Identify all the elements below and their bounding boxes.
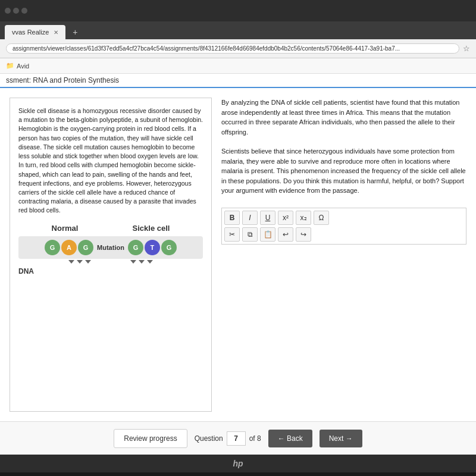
question-label: Question [195, 434, 223, 443]
left-paragraph: Sickle cell disease is a homozygous rece… [18, 107, 203, 215]
browser-top [0, 0, 476, 21]
editor-toolbar: B I U x² x₂ Ω ✂ ⧉ 📋 ↩ ↪ [221, 208, 466, 245]
tab-title: vvas Realize [12, 29, 49, 36]
main-content: Sickle cell disease is a homozygous rece… [0, 88, 476, 421]
right-paragraph-2: Scientists believe that since heterozygo… [221, 146, 466, 196]
subscript-button[interactable]: x₂ [296, 211, 311, 225]
dna-diagram: Normal Sickle cell G A G Mutation G T G [18, 223, 203, 277]
codon-g4: G [161, 240, 177, 255]
bookmark-icon[interactable]: ☆ [463, 44, 470, 53]
new-tab-button[interactable]: + [69, 25, 81, 39]
codon-g3: G [128, 240, 143, 255]
italic-button[interactable]: I [242, 211, 258, 225]
cut-button[interactable]: ✂ [224, 227, 240, 242]
folder-icon: 📁 [6, 62, 14, 70]
bold-button[interactable]: B [224, 211, 240, 225]
breadcrumb-text: Avid [17, 62, 29, 70]
right-panel: By analyzing the DNA of sickle cell pati… [221, 98, 466, 412]
copy-button[interactable]: ⧉ [242, 227, 258, 242]
bottom-nav: Review progress Question 7 of 8 ← Back N… [0, 421, 476, 455]
dna-footer-label: DNA [18, 266, 34, 277]
next-button[interactable]: Next → [320, 430, 362, 447]
breadcrumb-bar: 📁 Avid [0, 58, 476, 74]
address-bar: assignments/viewer/classes/61d3f37edd5a4… [0, 39, 476, 58]
undo-button[interactable]: ↩ [278, 227, 293, 242]
tab-bar: vvas Realize ✕ + [0, 21, 476, 39]
codon-g1: G [45, 240, 60, 255]
page-header: ssment: RNA and Protein Synthesis [0, 74, 476, 88]
active-tab[interactable]: vvas Realize ✕ [5, 25, 65, 39]
codon-g2: G [78, 240, 93, 255]
redo-button[interactable]: ↪ [296, 227, 311, 242]
underline-button[interactable]: U [260, 211, 275, 225]
superscript-button[interactable]: x² [278, 211, 293, 225]
sickle-label: Sickle cell [133, 223, 170, 234]
of-label: of 8 [249, 434, 261, 443]
page-title: ssment: RNA and Protein Synthesis [6, 76, 119, 84]
mutation-label: Mutation [97, 243, 124, 253]
hp-logo: hp [233, 459, 243, 468]
left-panel: Sickle cell disease is a homozygous rece… [10, 98, 212, 412]
codon-t: T [145, 240, 160, 255]
question-number: 7 [234, 434, 238, 443]
omega-button[interactable]: Ω [314, 211, 329, 225]
question-number-box: 7 [227, 431, 246, 446]
tab-close-icon[interactable]: ✕ [54, 29, 58, 36]
bottom-logo-bar: hp [0, 455, 476, 472]
question-indicator: Question 7 of 8 [195, 431, 261, 446]
back-button[interactable]: ← Back [268, 430, 312, 447]
normal-label: Normal [52, 223, 79, 234]
codon-a1: A [61, 240, 77, 255]
url-display[interactable]: assignments/viewer/classes/61d3f37edd5a4… [6, 43, 459, 54]
paste-button[interactable]: 📋 [260, 227, 275, 242]
review-progress-button[interactable]: Review progress [114, 429, 187, 448]
right-paragraph-1: By analyzing the DNA of sickle cell pati… [221, 98, 466, 137]
